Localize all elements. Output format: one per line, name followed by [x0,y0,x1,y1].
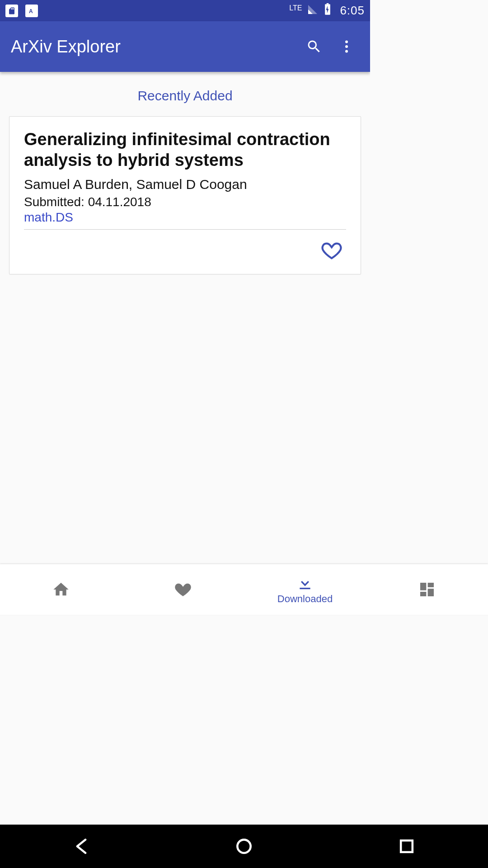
bottom-nav: Home Favorites Downloaded Categories [0,564,370,615]
download-icon [296,574,314,592]
tab-home[interactable]: Home [0,564,122,615]
battery-icon [324,3,332,19]
status-bar-left: A [5,5,38,17]
paper-title: Generalizing infinitesimal contraction a… [24,129,346,170]
svg-point-5 [345,50,348,53]
app-title: ArXiv Explorer [11,37,294,57]
search-button[interactable] [301,34,327,59]
svg-point-4 [345,45,348,48]
tab-favorites[interactable]: Favorites [122,564,244,615]
paper-category: math.DS [24,210,346,225]
tab-categories[interactable]: Categories [366,564,370,615]
status-bar: A LTE 6:05 [0,0,370,21]
svg-text:A: A [29,8,33,14]
tab-downloaded[interactable]: Downloaded [244,564,366,615]
home-icon [52,580,70,599]
tab-downloaded-label: Downloaded [277,593,333,605]
search-icon [306,38,322,55]
lte-label: LTE [289,4,302,12]
overflow-menu-button[interactable] [334,34,359,59]
paper-divider [24,229,346,230]
status-bar-right: LTE 6:05 [289,3,365,19]
paper-card[interactable]: Generalizing infinitesimal contraction a… [9,116,361,274]
heart-outline-icon [321,240,342,261]
svg-point-3 [345,41,348,43]
heart-icon [174,580,192,599]
section-header: Recently Added [9,81,361,116]
status-time: 6:05 [340,4,365,18]
app-bar: ArXiv Explorer [0,21,370,72]
paper-actions [24,232,346,265]
status-app-icon: A [25,5,38,17]
sd-card-icon [5,5,18,17]
content-scroll[interactable]: Recently Added Generalizing infinitesima… [0,72,370,564]
favorite-button[interactable] [317,236,346,265]
paper-authors: Samuel A Burden, Samuel D Coogan [24,177,346,192]
signal-icon [307,4,318,18]
more-vert-icon [338,38,355,55]
svg-rect-2 [327,3,329,4]
paper-submitted: Submitted: 04.11.2018 [24,195,346,209]
